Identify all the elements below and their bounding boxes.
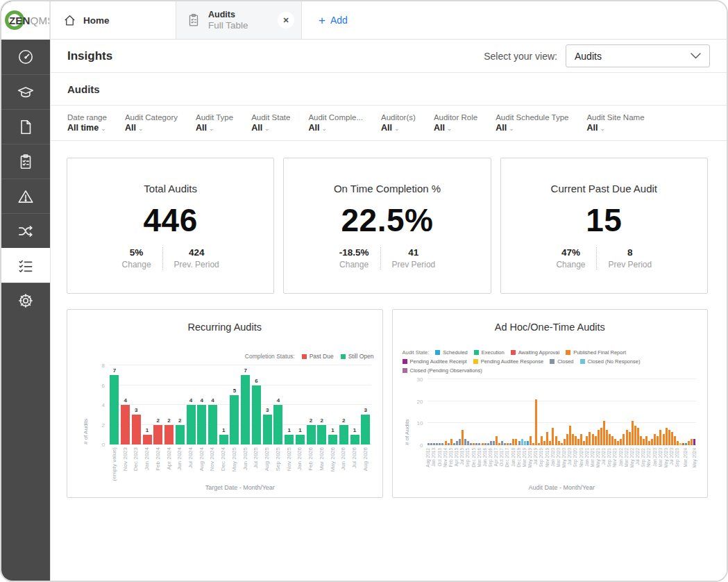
legend-item-awaiting-approval: Awaiting Approval — [511, 349, 559, 356]
filter-audit-site-name[interactable]: Audit Site NameAll⌄ — [586, 113, 644, 133]
bar — [640, 436, 642, 445]
kpi-value: 22.5% — [341, 201, 434, 239]
checklist-icon — [17, 257, 35, 275]
tab-audits-full-table[interactable]: Audits Full Table ✕ — [176, 1, 302, 39]
view-select[interactable]: Audits — [566, 44, 710, 67]
x-tick-cell: May 2025 — [229, 447, 240, 485]
legend-swatch-icon — [473, 359, 478, 364]
sidebar-item-settings[interactable] — [1, 283, 50, 317]
close-tab-button[interactable]: ✕ — [278, 12, 294, 28]
bar — [598, 430, 600, 445]
x-tick-label: Jan 2021 — [585, 448, 590, 467]
x-tick-label: Aug 2026 — [363, 447, 369, 471]
filter-value: All time⌄ — [67, 123, 107, 133]
warning-triangle-icon — [17, 188, 35, 206]
x-tick-label: Dec 2015 — [472, 448, 477, 467]
filter-audit-schedule-type[interactable]: Audit Schedule TypeAll⌄ — [496, 113, 568, 133]
bar — [521, 439, 523, 446]
y-tick-label: 2 — [91, 422, 105, 428]
x-tick-cell: Aug 2026 — [360, 447, 371, 485]
bar-cell: 1 — [328, 365, 339, 444]
bar-value-label: 2 — [321, 417, 323, 424]
filter-audit-type[interactable]: Audit TypeAll⌄ — [196, 113, 233, 133]
filter-value: All⌄ — [125, 123, 178, 133]
x-tick-label: Mar 2022 — [625, 448, 629, 467]
chart-title: Recurring Audits — [67, 322, 382, 333]
bar — [645, 436, 647, 445]
x-tick-cell: Jul 2025 — [251, 447, 262, 485]
bar-cell: 1 — [142, 365, 153, 444]
kpi-change: -18.5%Change — [328, 247, 380, 269]
x-tick-label: Mar 2020 — [557, 448, 561, 467]
filter-audit-state[interactable]: Audit StateAll⌄ — [251, 113, 290, 133]
sidebar-item-audit-forms[interactable] — [1, 144, 50, 178]
x-tick-label: Oct 2013 — [438, 448, 443, 466]
filter-value: All⌄ — [586, 123, 644, 133]
sidebar-item-dashboard[interactable] — [1, 40, 50, 74]
bar — [482, 443, 484, 445]
x-tick-label: May 2020 — [562, 448, 567, 468]
bar — [230, 395, 239, 444]
bar-cell: 3 — [360, 365, 371, 444]
bar — [121, 405, 130, 444]
sidebar-item-documents[interactable] — [1, 109, 50, 144]
sidebar-item-training[interactable] — [1, 74, 50, 109]
filter-label: Audit Schedule Type — [496, 113, 568, 122]
sidebar-item-issues[interactable] — [1, 178, 50, 213]
x-tick-label: Mar 2016 — [477, 448, 482, 467]
bar — [654, 434, 656, 445]
bar — [475, 443, 477, 445]
x-axis-labels: Aug 2012Jan 2013Oct 2013Nov 2014Feb 2015… — [428, 448, 697, 480]
bar — [441, 443, 443, 445]
add-tab-button[interactable]: + Add — [302, 1, 364, 39]
bar — [693, 439, 695, 446]
sidebar-item-change-control[interactable] — [1, 213, 50, 248]
bar — [110, 375, 119, 444]
tab-home[interactable]: Home — [51, 1, 176, 39]
sidebar-item-insights[interactable] — [1, 248, 50, 283]
filter-audit-category[interactable]: Audit CategoryAll⌄ — [125, 113, 178, 133]
kpi-row: Total Audits4465%Change424Prev. PeriodOn… — [67, 158, 708, 294]
filter-audit-comple[interactable]: Audit Comple...All⌄ — [308, 113, 363, 133]
x-tick-label: Dec 2023 — [133, 447, 139, 471]
filter-date-range[interactable]: Date rangeAll time⌄ — [67, 113, 107, 133]
bar-value-label: 4 — [277, 397, 280, 404]
filter-value: All⌄ — [308, 123, 363, 133]
x-tick-label: Mar 2019 — [523, 448, 527, 467]
bar-value-label: 3 — [364, 407, 367, 413]
bar-cell: 1 — [349, 365, 360, 444]
bar — [524, 441, 526, 445]
app-logo[interactable]: ZENQMS — [1, 1, 50, 40]
bar — [296, 435, 305, 444]
bar — [586, 436, 588, 445]
bar — [164, 425, 173, 445]
x-tick-cell: Feb 2026 — [305, 447, 316, 485]
legend-swatch-icon — [302, 354, 307, 359]
legend-swatch-icon — [403, 368, 407, 373]
main-area: Home Audits Full Table ✕ + Add Insights … — [50, 1, 727, 581]
x-tick-label: Jul 2022 — [636, 448, 641, 465]
y-tick-label: 4 — [91, 402, 105, 408]
bar — [241, 375, 250, 444]
bar-value-label: 1 — [331, 427, 334, 433]
bar-value-label: 2 — [342, 417, 345, 424]
filter-value: All⌄ — [434, 123, 477, 133]
bar — [589, 432, 591, 445]
x-tick-label: (empty value) — [112, 447, 117, 481]
legend-item-closed-pending-observations: Closed (Pending Observations) — [403, 367, 482, 374]
filter-auditor-s[interactable]: Auditor(s)All⌄ — [381, 113, 416, 133]
bar — [572, 434, 574, 445]
page-title: Insights — [67, 49, 112, 63]
legend-swatch-icon — [474, 350, 479, 355]
bar — [208, 405, 217, 444]
bar-cell: 2 — [305, 365, 316, 444]
kpi-change: 47%Change — [545, 247, 596, 269]
bar — [176, 425, 185, 445]
filter-auditor-role[interactable]: Auditor RoleAll⌄ — [434, 113, 477, 133]
app-window: ZENQMS — [0, 0, 728, 582]
legend-item-past-due: Past Due — [302, 353, 334, 360]
x-tick-cell: Aug 2024 — [196, 447, 208, 485]
bar — [535, 399, 537, 446]
close-icon: ✕ — [282, 16, 289, 25]
kpi-card-total-audits: Total Audits4465%Change424Prev. Period — [67, 158, 274, 294]
